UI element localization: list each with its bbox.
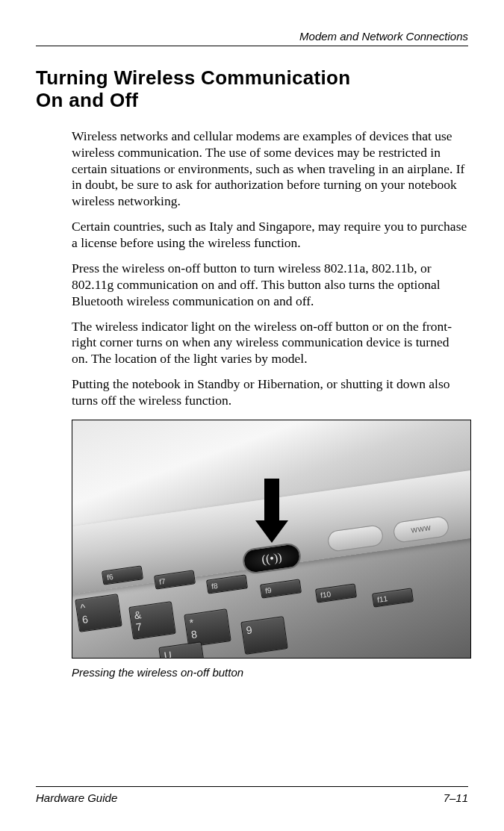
key-f9: f9	[260, 579, 302, 598]
heading-line-2: On and Off	[36, 89, 138, 111]
key-amp-7: &7	[128, 601, 176, 640]
heading-line-1: Turning Wireless Communication	[36, 66, 350, 89]
running-header: Modem and Network Connections	[36, 30, 468, 43]
chapter-title: Modem and Network Connections	[299, 30, 468, 43]
key-caret-6: ^6	[75, 594, 122, 632]
key-f8: f8	[206, 574, 248, 594]
paragraph-2: Certain countries, such as Italy and Sin…	[72, 219, 468, 252]
key-u: U	[158, 641, 206, 659]
page-footer: Hardware Guide 7–11	[36, 786, 468, 804]
paragraph-1: Wireless networks and cellular modems ar…	[72, 128, 468, 210]
key-9: 9	[240, 616, 288, 655]
figure-illustration: WWW ((•)) f6 f7 f8 f9 f10 f11 ^6 &7 *8 9…	[72, 420, 471, 659]
key-f10: f10	[315, 583, 357, 603]
arrow-down-icon	[255, 520, 288, 543]
section-heading: Turning Wireless Communication On and Of…	[36, 67, 468, 112]
footer-rule	[36, 786, 468, 787]
arrow-shaft	[264, 479, 279, 520]
paragraph-5: Putting the notebook in Standby or Hiber…	[72, 376, 468, 409]
paragraph-4: The wireless indicator light on the wire…	[72, 319, 468, 368]
page-number: 7–11	[444, 791, 468, 804]
figure-caption: Pressing the wireless on-off button	[72, 666, 468, 679]
key-f11: f11	[372, 588, 414, 607]
paragraph-3: Press the wireless on-off button to turn…	[72, 261, 468, 310]
wireless-icon: ((•))	[261, 550, 282, 567]
doc-title: Hardware Guide	[36, 791, 117, 804]
body-content: Wireless networks and cellular modems ar…	[36, 128, 468, 679]
key-star-8: *8	[184, 609, 231, 647]
header-rule	[36, 46, 468, 46]
